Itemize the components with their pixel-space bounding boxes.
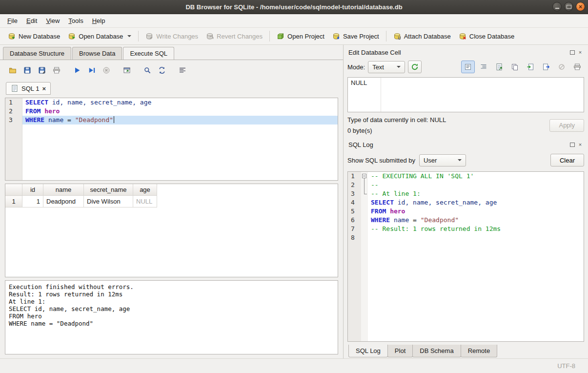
tab-database-structure[interactable]: Database Structure (3, 47, 71, 60)
menu-view[interactable]: View (41, 15, 64, 27)
cell[interactable]: Dive Wilson (84, 196, 133, 207)
auto-format-icon (179, 66, 186, 74)
app-window: DB Browser for SQLite - /home/user/code/… (0, 0, 588, 373)
dock-tab-db-schema[interactable]: DB Schema (412, 345, 461, 357)
import-cell-button[interactable] (524, 61, 537, 73)
close-database-button[interactable]: Close Database (455, 30, 519, 42)
sql-token: id, name, secret_name, age (52, 99, 152, 106)
dropdown-caret-icon[interactable] (127, 35, 131, 37)
line-number: 3 (348, 189, 361, 198)
minimize-button[interactable] (552, 2, 562, 11)
menu-help[interactable]: Help (88, 15, 110, 27)
find-button[interactable] (141, 64, 154, 77)
row-header[interactable]: 1 (5, 196, 22, 207)
log-filter-combo[interactable]: User (419, 154, 466, 166)
new-database-button[interactable]: New Database (4, 30, 64, 42)
execute-line-button[interactable] (85, 64, 99, 77)
open-project-button[interactable]: Open Project (273, 30, 328, 42)
import-text-button[interactable] (408, 61, 422, 73)
sql-token: hero (390, 207, 405, 215)
indent-view-button[interactable] (477, 61, 490, 73)
results-grid[interactable]: idnamesecret_nameage11DeadpondDive Wilso… (5, 184, 338, 277)
close-panel-button[interactable]: × (577, 49, 583, 55)
open-new-tab-button[interactable] (120, 64, 134, 77)
menu-edit[interactable]: Edit (22, 15, 41, 27)
encoding-label: UTF-8 (557, 362, 575, 370)
line-number: 1 (348, 172, 361, 181)
toolbar-button-label: Open Project (287, 33, 324, 40)
open-in-editor-button[interactable] (492, 61, 506, 73)
execution-output-text: Execution finished without errors. Resul… (9, 283, 334, 327)
mode-combo[interactable]: Text (368, 61, 405, 73)
export-cell-icon (542, 63, 550, 71)
cell[interactable]: Deadpond (43, 196, 84, 207)
float-log-panel-button[interactable] (569, 142, 575, 147)
float-panel-button[interactable] (569, 49, 575, 55)
collapse-box-icon[interactable] (362, 174, 366, 178)
log-line: 7-- Result: 1 rows returned in 12ms (348, 225, 584, 233)
text-view-icon (464, 63, 472, 71)
dock-tab-plot[interactable]: Plot (387, 345, 413, 357)
open-database-button[interactable]: Open Database (64, 30, 135, 42)
export-cell-button[interactable] (539, 61, 553, 73)
line-number: 4 (348, 198, 361, 207)
print-sql-button[interactable] (50, 64, 63, 77)
set-null-button (555, 61, 568, 73)
close-panel-icon: × (579, 142, 582, 147)
maximize-button[interactable] (564, 2, 573, 11)
edit-cell-title: Edit Database Cell (348, 49, 568, 56)
clear-button[interactable]: Clear (550, 154, 584, 166)
cell[interactable]: 1 (22, 196, 43, 207)
fold-margin (361, 207, 368, 216)
line-number: 7 (348, 225, 361, 233)
print-cell-button[interactable] (570, 61, 584, 73)
copy-cell-button[interactable] (508, 61, 522, 73)
float-panel-icon (570, 143, 575, 147)
line-number: 8 (348, 233, 361, 242)
cell-editor[interactable]: NULL (347, 77, 584, 112)
save-sql-as-button[interactable] (35, 64, 49, 77)
open-sql-file-button[interactable] (6, 64, 20, 77)
edit-cell-header: Edit Database Cell × (347, 47, 584, 58)
close-tab-icon[interactable]: × (42, 85, 46, 92)
log-line: 4SELECT id, name, secret_name, age (348, 198, 584, 207)
tab-execute-sql[interactable]: Execute SQL (123, 47, 174, 60)
chevron-down-icon (458, 159, 462, 161)
fold-marker-icon[interactable] (361, 172, 368, 181)
save-sql-file-button[interactable] (20, 64, 34, 77)
column-header-name[interactable]: name (43, 184, 84, 196)
set-null-icon (558, 63, 566, 71)
log-line: 2-- (348, 181, 584, 189)
minimize-icon (555, 8, 559, 9)
column-header-secret-name[interactable]: secret_name (84, 184, 133, 196)
save-project-button[interactable]: Save Project (328, 30, 383, 42)
main-split: Database StructureBrowse DataExecute SQL… (0, 45, 588, 358)
execute-all-button[interactable] (70, 64, 84, 77)
text-view-button[interactable] (461, 61, 475, 73)
sql-token: = (409, 216, 420, 224)
float-panel-icon (570, 50, 575, 55)
attach-database-button[interactable]: Attach Database (389, 30, 455, 42)
cell[interactable]: NULL (133, 196, 157, 207)
sql-editor[interactable]: 1SELECT id, name, secret_name, age2FROM … (5, 98, 338, 181)
sql-token: -- At line 1: (371, 190, 421, 197)
dock-tab-remote[interactable]: Remote (461, 345, 498, 357)
auto-format-button[interactable] (176, 64, 189, 77)
menu-tools[interactable]: Tools (64, 15, 87, 27)
sql-tab[interactable]: SQL 1 × (6, 82, 51, 95)
sql-token (48, 99, 52, 106)
close-window-button[interactable]: × (576, 2, 585, 11)
column-header-age[interactable]: age (133, 184, 157, 196)
dock-tab-sql-log[interactable]: SQL Log (348, 345, 388, 357)
sql-log-view[interactable]: 1-- EXECUTING ALL IN 'SQL 1'2--3-- At li… (347, 171, 584, 342)
import-cell-icon (527, 63, 534, 71)
find-replace-icon (158, 66, 166, 74)
grid-corner-cell[interactable] (5, 184, 22, 196)
close-log-panel-button[interactable]: × (577, 142, 583, 147)
log-line-code: SELECT id, name, secret_name, age (368, 198, 584, 207)
find-replace-button[interactable] (155, 64, 169, 77)
tab-browse-data[interactable]: Browse Data (72, 47, 122, 60)
menu-file[interactable]: File (3, 15, 22, 27)
column-header-id[interactable]: id (22, 184, 43, 196)
attach-database-icon (393, 32, 401, 40)
